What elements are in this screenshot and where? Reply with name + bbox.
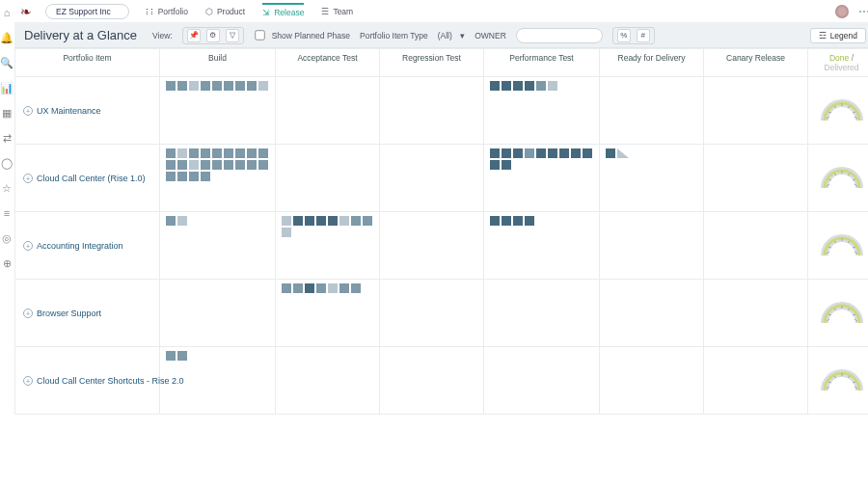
work-item-square[interactable] bbox=[490, 160, 500, 170]
work-item-square[interactable] bbox=[235, 160, 245, 170]
work-item-square[interactable] bbox=[328, 283, 338, 293]
work-item-square[interactable] bbox=[525, 81, 534, 91]
work-item-square[interactable] bbox=[513, 81, 523, 91]
expand-icon[interactable]: + bbox=[23, 376, 33, 386]
portfolio-type-select[interactable]: (All) ▾ bbox=[438, 31, 465, 40]
home-icon[interactable]: ⌂ bbox=[0, 6, 14, 19]
view-filter-icon[interactable]: ▽ bbox=[226, 29, 239, 42]
work-item-square[interactable] bbox=[502, 81, 511, 91]
work-item-square[interactable] bbox=[224, 81, 233, 91]
show-phase-toggle[interactable]: Show Planned Phase bbox=[254, 29, 350, 41]
work-item-square[interactable] bbox=[258, 148, 268, 158]
work-item-square[interactable] bbox=[224, 148, 233, 158]
work-item-square[interactable] bbox=[490, 81, 500, 91]
work-item-square[interactable] bbox=[606, 148, 615, 158]
work-item-square[interactable] bbox=[258, 81, 268, 91]
work-item-square[interactable] bbox=[247, 148, 257, 158]
work-item-square[interactable] bbox=[224, 160, 233, 170]
work-item-square[interactable] bbox=[502, 148, 511, 158]
view-gear-icon[interactable]: ⚙ bbox=[206, 29, 220, 42]
work-item-square[interactable] bbox=[525, 148, 534, 158]
owner-input[interactable] bbox=[516, 28, 603, 43]
work-item-square[interactable] bbox=[201, 160, 210, 170]
work-item-square[interactable] bbox=[351, 216, 361, 226]
tab-portfolio[interactable]: ⫶⫶Portfolio bbox=[145, 4, 188, 19]
expand-icon[interactable]: + bbox=[23, 241, 33, 251]
chart-icon[interactable]: 📊 bbox=[0, 81, 14, 94]
work-item-square[interactable] bbox=[305, 216, 314, 226]
work-item-square[interactable] bbox=[201, 81, 210, 91]
portfolio-item-name[interactable]: +Cloud Call Center Shortcuts - Rise 2.0 bbox=[15, 347, 160, 415]
globe-icon[interactable]: ◯ bbox=[0, 156, 14, 170]
work-item-square[interactable] bbox=[282, 228, 291, 237]
globe2-icon[interactable]: ⊕ bbox=[0, 256, 14, 270]
work-item-square[interactable] bbox=[201, 148, 210, 158]
work-item-square[interactable] bbox=[525, 216, 534, 226]
work-item-square[interactable] bbox=[305, 283, 314, 293]
work-item-square[interactable] bbox=[166, 172, 176, 181]
tab-team[interactable]: ☰Team bbox=[321, 4, 353, 19]
show-phase-checkbox[interactable] bbox=[255, 30, 264, 40]
work-item-square[interactable] bbox=[293, 216, 303, 226]
expand-icon[interactable]: + bbox=[23, 309, 33, 318]
work-item-square[interactable] bbox=[212, 148, 222, 158]
portfolio-item-name[interactable]: +Browser Support bbox=[15, 280, 160, 347]
star-icon[interactable]: ☆ bbox=[0, 181, 14, 195]
work-item-square[interactable] bbox=[363, 216, 372, 226]
work-item-square[interactable] bbox=[212, 160, 222, 170]
work-item-square[interactable] bbox=[548, 148, 557, 158]
tab-product[interactable]: ⬡Product bbox=[205, 4, 245, 19]
tab-release[interactable]: ⇲Release bbox=[262, 3, 304, 20]
work-item-square[interactable] bbox=[571, 148, 581, 158]
work-item-square[interactable] bbox=[316, 216, 326, 226]
work-item-square[interactable] bbox=[235, 148, 245, 158]
work-item-square[interactable] bbox=[293, 283, 303, 293]
work-item-square[interactable] bbox=[490, 216, 500, 226]
legend-button[interactable]: ☲ Legend bbox=[810, 28, 866, 43]
work-item-square[interactable] bbox=[583, 148, 592, 158]
work-item-square[interactable] bbox=[339, 216, 349, 226]
work-item-square[interactable] bbox=[166, 81, 176, 91]
work-item-square[interactable] bbox=[212, 81, 222, 91]
work-item-square[interactable] bbox=[189, 160, 199, 170]
owner-percent-icon[interactable]: % bbox=[617, 29, 631, 42]
view-pin-icon[interactable]: 📌 bbox=[187, 29, 201, 42]
owner-tools[interactable]: % # bbox=[612, 27, 655, 44]
work-item-square[interactable] bbox=[536, 81, 546, 91]
work-item-square[interactable] bbox=[536, 148, 546, 158]
bars-icon[interactable]: ≡ bbox=[0, 206, 14, 220]
work-item-square[interactable] bbox=[548, 81, 557, 91]
work-item-square[interactable] bbox=[513, 216, 523, 226]
work-item-square[interactable] bbox=[328, 216, 338, 226]
work-item-square[interactable] bbox=[177, 81, 187, 91]
work-item-square[interactable] bbox=[316, 283, 326, 293]
swap-icon[interactable]: ⇄ bbox=[0, 131, 14, 145]
target-icon[interactable]: ◎ bbox=[0, 231, 14, 245]
avatar[interactable] bbox=[835, 5, 849, 18]
work-item-square[interactable] bbox=[201, 172, 210, 181]
work-item-square[interactable] bbox=[177, 160, 187, 170]
work-item-square[interactable] bbox=[258, 160, 268, 170]
work-item-square[interactable] bbox=[282, 283, 291, 293]
view-buttons[interactable]: 📌 ⚙ ▽ bbox=[182, 27, 244, 44]
org-selector[interactable]: EZ Support Inc bbox=[45, 4, 129, 19]
work-item-square[interactable] bbox=[282, 216, 291, 226]
work-item-square[interactable] bbox=[166, 216, 176, 226]
work-item-square[interactable] bbox=[490, 148, 500, 158]
work-item-square[interactable] bbox=[177, 216, 187, 226]
work-item-square[interactable] bbox=[189, 81, 199, 91]
work-item-square[interactable] bbox=[351, 283, 361, 293]
portfolio-item-name[interactable]: +Accounting Integration bbox=[15, 212, 160, 280]
work-item-square[interactable] bbox=[559, 148, 569, 158]
work-item-square[interactable] bbox=[247, 81, 257, 91]
grid-icon[interactable]: ▦ bbox=[0, 106, 14, 120]
work-item-square[interactable] bbox=[189, 172, 199, 181]
work-item-square[interactable] bbox=[177, 148, 187, 158]
work-item-square[interactable] bbox=[189, 148, 199, 158]
work-item-square[interactable] bbox=[502, 216, 511, 226]
work-item-square[interactable] bbox=[617, 148, 629, 158]
work-item-square[interactable] bbox=[177, 351, 187, 361]
work-item-square[interactable] bbox=[235, 81, 245, 91]
work-item-square[interactable] bbox=[502, 160, 511, 170]
work-item-square[interactable] bbox=[166, 148, 176, 158]
